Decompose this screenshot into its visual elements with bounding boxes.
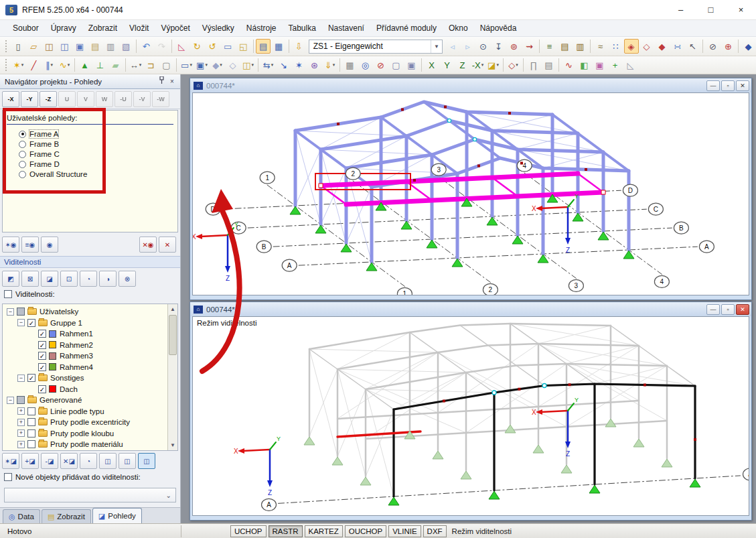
chevron-down-icon[interactable]: ▾ bbox=[271, 62, 274, 68]
view-minus-x-button[interactable]: -X bbox=[2, 91, 19, 107]
line-snap-button[interactable]: ⊘ bbox=[706, 39, 721, 54]
chevron-down-icon[interactable]: ▾ bbox=[50, 62, 53, 68]
navigator-tab-zobrazit[interactable]: ▤Zobrazit bbox=[42, 509, 91, 523]
child-close-icon[interactable]: ✕ bbox=[736, 80, 749, 91]
view-along-z-button[interactable]: Z bbox=[455, 58, 470, 72]
chevron-down-icon[interactable]: ▾ bbox=[496, 62, 499, 68]
print-preview-button[interactable]: ▧ bbox=[119, 39, 133, 54]
view-minus-z-button[interactable]: -Z bbox=[40, 91, 57, 107]
remove-from-visibility-button[interactable]: -◪ bbox=[41, 453, 58, 469]
maximize-button[interactable]: □ bbox=[696, 0, 726, 20]
work-plane-xy-button[interactable]: ◈ bbox=[624, 39, 639, 54]
tree-checkbox[interactable] bbox=[27, 407, 35, 415]
previous-load-case-button[interactable]: ◃ bbox=[445, 39, 460, 54]
tree-item-rahmen3[interactable]: ✓Rahmen3 bbox=[4, 350, 177, 362]
new-solid-button[interactable]: ◆▾ bbox=[210, 58, 225, 72]
display-options-button[interactable]: ▤ bbox=[542, 58, 556, 72]
model-viewport-top[interactable]: AABBCCDD11223344XZYXZY bbox=[192, 92, 749, 295]
new-line-button[interactable]: ╱ bbox=[27, 58, 42, 72]
panel-control-button[interactable]: ◆ bbox=[741, 39, 756, 54]
mode-intersect-button[interactable]: ◫ bbox=[119, 453, 136, 469]
radio-icon[interactable] bbox=[19, 171, 26, 178]
add-user-view-button[interactable]: ✶◉ bbox=[2, 237, 19, 253]
visibility-shade-button[interactable]: ◑ bbox=[99, 271, 117, 287]
add-to-visibility-button[interactable]: +◪ bbox=[21, 453, 39, 469]
new-node-button[interactable]: ✶▾ bbox=[11, 58, 26, 72]
tree-item-pruty-podle-excentricity[interactable]: +Pruty podle excentricity bbox=[4, 417, 177, 428]
toolbar-grip-2[interactable] bbox=[5, 59, 8, 71]
navigator-tab-pohledy[interactable]: ◪Pohledy bbox=[92, 508, 142, 523]
tree-item-linie-podle-typu[interactable]: +Linie podle typu bbox=[4, 406, 177, 417]
radio-icon[interactable] bbox=[19, 161, 26, 168]
new-window-button[interactable]: ◱ bbox=[236, 39, 250, 54]
tree-checkbox[interactable] bbox=[17, 396, 25, 404]
visibility-off-button[interactable]: ⊠ bbox=[21, 271, 39, 287]
zoom-window-button[interactable]: ◎ bbox=[358, 58, 373, 72]
assign-user-view-button[interactable]: ◉ bbox=[41, 237, 58, 253]
status-toggle-rastr[interactable]: RASTR bbox=[269, 525, 303, 537]
visibility-numbering-button[interactable]: ⊡ bbox=[60, 271, 78, 287]
visibility-window-button[interactable]: ◪ bbox=[41, 271, 58, 287]
child-restore-icon[interactable]: ▫ bbox=[721, 304, 735, 315]
tree-expand-icon[interactable]: − bbox=[17, 375, 25, 382]
open-project-button[interactable]: ◫ bbox=[42, 39, 56, 54]
tree-checkbox[interactable] bbox=[17, 308, 25, 316]
tree-item-rahmen2[interactable]: ✓Rahmen2 bbox=[4, 340, 177, 351]
save-project-button[interactable]: ◫ bbox=[57, 39, 72, 54]
invert-visibility-button[interactable]: ◔ bbox=[80, 453, 97, 469]
tree-checkbox[interactable]: ✓ bbox=[27, 374, 35, 382]
chevron-down-icon[interactable]: ▾ bbox=[205, 62, 208, 68]
background-layers-button[interactable]: ▦ bbox=[343, 58, 358, 72]
chevron-down-icon[interactable]: ▾ bbox=[481, 62, 484, 68]
zoom-out-button[interactable]: ⊘ bbox=[374, 58, 388, 72]
view-u-button[interactable]: U bbox=[58, 91, 76, 107]
new-nodal-support-button[interactable]: ▲ bbox=[78, 58, 92, 72]
new-line-support-button[interactable]: ⊥ bbox=[93, 58, 108, 72]
chevron-down-icon[interactable]: ▾ bbox=[251, 62, 254, 68]
tree-expand-icon[interactable]: + bbox=[17, 429, 25, 437]
tree-checkbox[interactable] bbox=[27, 440, 35, 448]
scrollbar-thumb[interactable] bbox=[169, 315, 177, 355]
open-file-button[interactable]: ▱ bbox=[26, 39, 41, 54]
clipboard-button[interactable]: ▤ bbox=[88, 39, 102, 54]
new-hinge-button[interactable]: ⊐ bbox=[144, 58, 159, 72]
menu-item-tabulka[interactable]: Tabulka bbox=[283, 21, 322, 36]
menu-item-v-sledky[interactable]: Výsledky bbox=[196, 21, 240, 36]
tree-item-u-ivatelsky[interactable]: −Uživatelsky bbox=[4, 306, 177, 318]
tree-expand-icon[interactable]: + bbox=[17, 407, 25, 415]
new-opening-button[interactable]: ▣▾ bbox=[195, 58, 210, 72]
section-plane-button[interactable]: ◺ bbox=[623, 58, 638, 72]
menu-item-zobrazit[interactable]: Zobrazit bbox=[82, 21, 123, 36]
menu-item-soubor[interactable]: Soubor bbox=[7, 21, 45, 36]
radio-icon[interactable] bbox=[19, 141, 26, 148]
copy-object-button[interactable]: ◫▾ bbox=[241, 58, 256, 72]
visibility-cancel-button[interactable]: ⊗ bbox=[119, 271, 136, 287]
toolbar-grip[interactable] bbox=[5, 40, 8, 52]
tree-item-sonstiges[interactable]: −✓Sonstiges bbox=[4, 373, 177, 384]
close-panel-icon[interactable]: × bbox=[167, 76, 177, 86]
view-along-minus-x-button[interactable]: -X▾ bbox=[471, 58, 485, 72]
tree-expand-icon[interactable]: − bbox=[17, 319, 25, 326]
grid-points-button[interactable]: ∺ bbox=[670, 39, 685, 54]
tree-expand-icon[interactable]: − bbox=[7, 397, 14, 404]
view-along-y-button[interactable]: Y bbox=[440, 58, 455, 72]
tree-checkbox[interactable]: ✓ bbox=[38, 385, 46, 393]
result-table-2-button[interactable]: ▥ bbox=[573, 39, 588, 54]
menu-item-okno[interactable]: Okno bbox=[443, 21, 474, 36]
rotate-view-button[interactable]: ↻ bbox=[190, 39, 204, 54]
tree-checkbox[interactable]: ✓ bbox=[38, 341, 46, 349]
menu-item-vlo-it[interactable]: Vložit bbox=[123, 21, 155, 36]
tree-item-dach[interactable]: ✓Dach bbox=[4, 384, 177, 395]
menu-item-n-stroje[interactable]: Nástroje bbox=[240, 21, 283, 36]
view-cube-button[interactable]: ▢ bbox=[389, 58, 404, 72]
tree-checkbox[interactable] bbox=[27, 429, 35, 438]
menu-item--pravy[interactable]: Úpravy bbox=[45, 21, 82, 36]
work-plane-select-button[interactable]: ◪▾ bbox=[486, 58, 501, 72]
chevron-down-icon[interactable]: ▾ bbox=[220, 62, 222, 68]
result-values-button[interactable]: ⊚ bbox=[507, 39, 522, 54]
dimension-values-button[interactable]: ↧ bbox=[492, 39, 506, 54]
regenerate-button[interactable]: ⊛ bbox=[307, 58, 322, 72]
tree-scrollbar[interactable]: ▲ ▼ bbox=[167, 304, 177, 450]
close-button[interactable]: × bbox=[726, 0, 756, 20]
menu-item-p-davn-moduly[interactable]: Přídavné moduly bbox=[370, 21, 443, 36]
